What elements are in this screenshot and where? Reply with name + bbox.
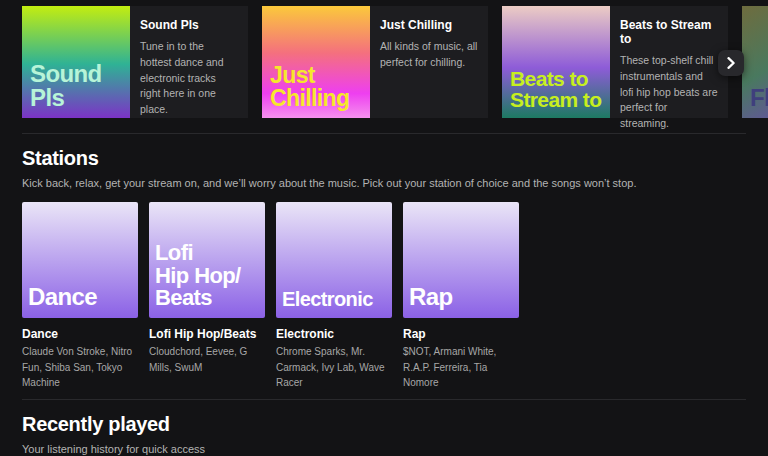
station-name: Rap xyxy=(403,327,519,341)
playlist-info: Just Chilling All kinds of music, all pe… xyxy=(370,6,488,118)
station-card-rap[interactable]: Rap Rap $NOT, Armani White, R.A.P. Ferre… xyxy=(403,202,519,391)
station-cover[interactable]: Lofi Hip Hop/ Beats xyxy=(149,202,265,318)
playlist-card-beats-to-stream-to[interactable]: Beats to Stream to Beats to Stream to Th… xyxy=(502,6,728,118)
playlist-info: Sound Pls Tune in to the hottest dance a… xyxy=(130,6,248,118)
stations-row: Dance Dance Claude Von Stroke, Nitro Fun… xyxy=(22,202,746,391)
playlist-title: Sound Pls xyxy=(140,18,238,32)
playlist-description: Tune in to the hottest dance and electro… xyxy=(140,39,238,118)
station-card-electronic[interactable]: Electronic Electronic Chrome Sparks, Mr.… xyxy=(276,202,392,391)
stations-section: Stations Kick back, relax, get your stre… xyxy=(0,147,768,391)
playlist-cover: Flo xyxy=(742,6,768,118)
station-cover[interactable]: Dance xyxy=(22,202,138,318)
playlist-description: These top-shelf chill instrumentals and … xyxy=(620,53,718,132)
playlist-card-partial[interactable]: Flo xyxy=(742,6,768,118)
chevron-right-icon xyxy=(725,57,737,69)
playlist-cover: Just Chilling xyxy=(262,6,370,118)
playlist-cover: Beats to Stream to xyxy=(502,6,610,118)
section-divider xyxy=(22,399,746,400)
stations-section-subtitle: Kick back, relax, get your stream on, an… xyxy=(22,177,746,189)
station-name: Electronic xyxy=(276,327,392,341)
station-cover[interactable]: Electronic xyxy=(276,202,392,318)
recently-played-subtitle: Your listening history for quick access xyxy=(22,443,746,455)
station-name: Dance xyxy=(22,327,138,341)
recently-played-title: Recently played xyxy=(22,413,746,436)
station-artists: Claude Von Stroke, Nitro Fun, Shiba San,… xyxy=(22,344,144,391)
recently-played-section: Recently played Your listening history f… xyxy=(0,413,768,456)
playlist-card-sound-pls[interactable]: Sound Pls Sound Pls Tune in to the hotte… xyxy=(22,6,248,118)
station-card-dance[interactable]: Dance Dance Claude Von Stroke, Nitro Fun… xyxy=(22,202,138,391)
promo-carousel: Sound Pls Sound Pls Tune in to the hotte… xyxy=(0,0,768,118)
station-name: Lofi Hip Hop/Beats xyxy=(149,327,265,341)
carousel-next-button[interactable] xyxy=(718,50,744,76)
station-cover[interactable]: Rap xyxy=(403,202,519,318)
section-divider xyxy=(22,133,746,134)
playlist-description: All kinds of music, all perfect for chil… xyxy=(380,39,478,71)
playlist-title: Beats to Stream to xyxy=(620,18,718,46)
playlist-info: Beats to Stream to These top-shelf chill… xyxy=(610,6,728,118)
station-artists: $NOT, Armani White, R.A.P. Ferreira, Tia… xyxy=(403,344,525,391)
station-card-lofi-hip-hop-beats[interactable]: Lofi Hip Hop/ Beats Lofi Hip Hop/Beats C… xyxy=(149,202,265,391)
station-artists: Cloudchord, Eevee, G Mills, SwuM xyxy=(149,344,271,375)
stations-section-title: Stations xyxy=(22,147,746,170)
station-artists: Chrome Sparks, Mr. Carmack, Ivy Lab, Wav… xyxy=(276,344,398,391)
playlist-cover: Sound Pls xyxy=(22,6,130,118)
browse-page: Sound Pls Sound Pls Tune in to the hotte… xyxy=(0,0,768,456)
playlist-card-just-chilling[interactable]: Just Chilling Just Chilling All kinds of… xyxy=(262,6,488,118)
playlist-title: Just Chilling xyxy=(380,18,478,32)
